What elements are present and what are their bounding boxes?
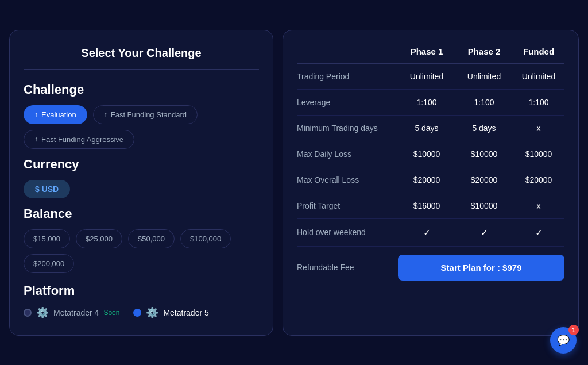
left-panel: Select Your Challenge Challenge ↑ Evalua… [9,30,273,336]
profit-target-funded: x [513,201,564,210]
currency-label: Currency [24,157,259,172]
row-refundable-fee: Refundable Fee Start Plan for : $979 [297,247,564,289]
balance-100k-btn[interactable]: $100,000 [180,229,231,248]
mt4-label: Metatrader 4 [53,308,99,317]
challenge-label: Challenge [24,82,259,97]
trading-period-p1: Unlimited [398,72,455,81]
hold-weekend-p2: ✓ [455,227,513,238]
platform-mt5: ⚙️ Metatrader 5 [133,306,208,319]
profit-target-p1: $16000 [398,201,455,210]
platform-options: ⚙️ Metatrader 4 Soon ⚙️ Metatrader 5 [24,306,259,319]
main-container: Select Your Challenge Challenge ↑ Evalua… [9,30,579,336]
mt5-label: Metatrader 5 [163,308,208,317]
max-daily-label: Max Daily Loss [297,149,398,159]
leverage-funded: 1:100 [513,98,564,107]
balance-50k-btn[interactable]: $50,000 [128,229,175,248]
hold-weekend-funded: ✓ [513,227,564,238]
min-trading-funded: x [513,124,564,133]
balance-200k-btn[interactable]: $200,000 [24,254,74,273]
max-overall-label: Max Overall Loss [297,175,398,185]
fast-aggressive-icon: ↑ [34,135,38,143]
evaluation-icon: ↑ [34,110,38,118]
challenge-fast-standard-btn[interactable]: ↑ Fast Funding Standard [93,105,198,124]
row-min-trading-days: Minimum Trading days 5 days 5 days x [297,116,564,141]
row-hold-weekend: Hold over weekend ✓ ✓ ✓ [297,219,564,247]
min-trading-p2: 5 days [455,124,513,133]
profit-target-p2: $10000 [455,201,513,210]
balance-25k-btn[interactable]: $25,000 [76,229,122,248]
currency-usd-btn[interactable]: $ USD [24,180,70,198]
max-overall-p1: $20000 [398,175,455,185]
chat-icon: 💬 [557,334,570,347]
hold-weekend-p1: ✓ [398,227,455,238]
max-overall-funded: $20000 [513,175,564,185]
chat-badge: 1 [568,325,579,335]
col-funded: Funded [513,47,564,56]
chat-bubble-button[interactable]: 💬 1 [550,327,577,354]
mt5-radio[interactable] [133,309,141,317]
leverage-p1: 1:100 [398,98,455,107]
hold-weekend-label: Hold over weekend [297,228,398,237]
min-trading-label: Minimum Trading days [297,124,398,133]
panel-title: Select Your Challenge [24,47,259,60]
challenge-fast-aggressive-btn[interactable]: ↑ Fast Funding Aggressive [24,130,134,149]
right-panel: Phase 1 Phase 2 Funded Trading Period Un… [283,30,579,336]
start-plan-button[interactable]: Start Plan for : $979 [398,255,564,281]
challenge-options: ↑ Evaluation ↑ Fast Funding Standard ↑ F… [24,105,259,149]
refundable-fee-label: Refundable Fee [297,263,398,272]
leverage-p2: 1:100 [455,98,513,107]
max-daily-p2: $10000 [455,149,513,159]
row-profit-target: Profit Target $16000 $10000 x [297,193,564,219]
balance-label: Balance [24,206,259,221]
balance-options: $15,000 $25,000 $50,000 $100,000 $200,00… [24,229,259,273]
fast-standard-icon: ↑ [104,110,107,118]
max-daily-funded: $10000 [513,149,564,159]
mt4-soon-badge: Soon [103,309,119,317]
max-daily-p1: $10000 [398,149,455,159]
min-trading-p1: 5 days [398,124,455,133]
mt4-radio[interactable] [24,309,32,317]
start-btn-cell: Start Plan for : $979 [398,255,564,281]
platform-mt4: ⚙️ Metatrader 4 Soon [24,306,119,319]
profit-target-label: Profit Target [297,201,398,210]
col-phase2: Phase 2 [455,47,513,56]
mt5-icon: ⚙️ [146,306,158,319]
trading-period-p2: Unlimited [455,72,513,81]
row-leverage: Leverage 1:100 1:100 1:100 [297,90,564,116]
challenge-evaluation-btn[interactable]: ↑ Evaluation [24,105,87,124]
trading-period-label: Trading Period [297,72,398,81]
balance-15k-btn[interactable]: $15,000 [24,229,70,248]
row-max-daily-loss: Max Daily Loss $10000 $10000 $10000 [297,141,564,167]
row-max-overall-loss: Max Overall Loss $20000 $20000 $20000 [297,167,564,193]
max-overall-p2: $20000 [455,175,513,185]
leverage-label: Leverage [297,98,398,107]
table-header: Phase 1 Phase 2 Funded [297,47,564,64]
currency-group: $ USD [24,180,259,198]
mt4-icon: ⚙️ [36,306,49,319]
platform-label: Platform [24,283,259,298]
row-trading-period: Trading Period Unlimited Unlimited Unlim… [297,64,564,90]
col-phase1: Phase 1 [398,47,455,56]
trading-period-funded: Unlimited [513,72,564,81]
